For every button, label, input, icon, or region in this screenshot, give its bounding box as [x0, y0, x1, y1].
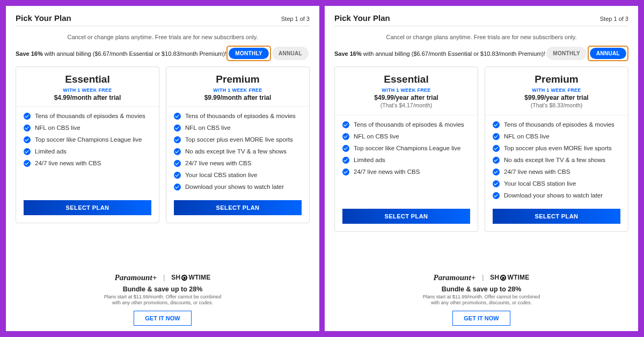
feature-item: Top soccer like Champions League live: [24, 136, 151, 144]
check-icon: [174, 136, 181, 143]
toggle-annual[interactable]: ANNUAL: [272, 47, 309, 60]
billing-toggle: ANNUAL: [590, 48, 626, 59]
toggle-monthly[interactable]: MONTHLY: [229, 48, 269, 59]
feature-list: Tens of thousands of episodes & moviesNF…: [493, 121, 620, 203]
feature-text: Tens of thousands of episodes & movies: [354, 121, 464, 129]
feature-item: Tens of thousands of episodes & movies: [493, 121, 620, 129]
check-icon: [493, 169, 500, 175]
check-icon: [342, 133, 349, 140]
trial-badge: WITH 1 WEEK FREE: [174, 87, 302, 93]
feature-text: Limited ads: [35, 148, 67, 156]
select-plan-button[interactable]: SELECT PLAN: [493, 209, 620, 224]
feature-item: 24/7 live news with CBS: [24, 159, 151, 167]
bundle-title: Bundle & save up to 28%: [16, 285, 310, 293]
check-icon: [174, 184, 181, 191]
select-plan-button[interactable]: SELECT PLAN: [174, 200, 302, 215]
plan-price: $9.99/month after trial: [174, 94, 302, 101]
feature-text: Your local CBS station live: [185, 171, 257, 179]
feature-text: No ads except live TV & a few shows: [185, 148, 287, 156]
plan-price: $4.99/month after trial: [24, 94, 151, 101]
feature-list: Tens of thousands of episodes & moviesNF…: [342, 121, 470, 203]
feature-item: Your local CBS station live: [174, 171, 302, 179]
plan-price: $99.99/year after trial: [493, 94, 620, 101]
feature-item: Tens of thousands of episodes & movies: [174, 112, 302, 120]
bundle-fine-print: Plans start at $11.99/month. Offer canno…: [16, 294, 310, 306]
feature-item: NFL on CBS live: [24, 124, 151, 132]
trial-badge: WITH 1 WEEK FREE: [24, 87, 151, 93]
feature-text: Tens of thousands of episodes & movies: [35, 112, 145, 120]
savings-text: Save 16% with annual billing ($6.67/mont…: [16, 50, 226, 57]
step-indicator: Step 1 of 3: [281, 16, 310, 22]
page-title: Pick Your Plan: [334, 13, 390, 23]
check-icon: [174, 124, 181, 131]
feature-text: 24/7 live news with CBS: [504, 168, 570, 176]
check-icon: [493, 180, 500, 187]
feature-item: Top soccer like Champions League live: [342, 144, 470, 152]
check-icon: [24, 136, 31, 143]
plan-name: Premium: [493, 74, 620, 85]
feature-item: 24/7 live news with CBS: [174, 159, 302, 167]
logo-separator: |: [163, 274, 165, 281]
feature-item: Tens of thousands of episodes & movies: [342, 121, 470, 129]
feature-item: NFL on CBS live: [342, 133, 470, 141]
page-title: Pick Your Plan: [16, 13, 71, 23]
feature-text: Download your shows to watch later: [504, 192, 603, 200]
feature-text: Top soccer like Champions League live: [35, 136, 142, 144]
feature-item: 24/7 live news with CBS: [493, 168, 620, 176]
feature-list: Tens of thousands of episodes & moviesNF…: [24, 112, 151, 195]
subtitle-text: Cancel or change plans anytime. Free tri…: [334, 34, 628, 40]
paramount-plus-logo: Paramount+: [434, 273, 476, 282]
bundle-offer: Paramount+|SHWTIMEBundle & save up to 28…: [16, 273, 310, 326]
showtime-logo: SHWTIME: [171, 274, 210, 281]
select-plan-button[interactable]: SELECT PLAN: [342, 209, 470, 224]
check-icon: [342, 157, 349, 164]
step-indicator: Step 1 of 3: [600, 16, 628, 22]
feature-text: Tens of thousands of episodes & movies: [504, 121, 614, 129]
plan-card-premium: PremiumWITH 1 WEEK FREE$9.99/month after…: [166, 67, 310, 223]
check-icon: [342, 121, 349, 128]
check-icon: [493, 121, 500, 128]
feature-item: Top soccer plus even MORE live sports: [493, 144, 620, 152]
feature-text: Download your shows to watch later: [185, 183, 284, 191]
check-icon: [174, 148, 181, 155]
feature-item: Your local CBS station live: [493, 180, 620, 188]
check-icon: [342, 145, 349, 152]
feature-item: No ads except live TV & a few shows: [174, 148, 302, 156]
showtime-o-icon: [181, 275, 187, 281]
billing-toggle-highlight: ANNUAL: [588, 46, 628, 61]
subtitle-text: Cancel or change plans anytime. Free tri…: [16, 34, 310, 40]
billing-toggle-highlight: MONTHLY: [226, 46, 271, 61]
price-equivalent: (That's $8.33/month): [493, 102, 620, 108]
check-icon: [24, 160, 31, 167]
feature-item: NFL on CBS live: [493, 133, 620, 141]
check-icon: [493, 145, 500, 152]
get-bundle-button[interactable]: GET IT NOW: [134, 311, 191, 326]
get-bundle-button[interactable]: GET IT NOW: [452, 311, 510, 326]
feature-text: 24/7 live news with CBS: [185, 159, 251, 167]
price-equivalent: (That's $4.17/month): [342, 102, 470, 108]
billing-toggle: MONTHLY: [229, 48, 269, 59]
savings-text: Save 16% with annual billing ($6.67/mont…: [334, 50, 545, 57]
trial-badge: WITH 1 WEEK FREE: [342, 87, 470, 93]
feature-text: NFL on CBS live: [504, 133, 550, 141]
check-icon: [24, 113, 31, 120]
toggle-monthly[interactable]: MONTHLY: [546, 47, 587, 60]
toggle-annual[interactable]: ANNUAL: [590, 48, 626, 59]
check-icon: [174, 160, 181, 167]
showtime-o-icon: [500, 275, 506, 281]
check-icon: [342, 169, 349, 175]
plan-name: Premium: [174, 74, 302, 85]
logo-separator: |: [482, 274, 484, 281]
feature-item: No ads except live TV & a few shows: [493, 156, 620, 164]
feature-text: 24/7 live news with CBS: [354, 168, 420, 176]
feature-text: Your local CBS station live: [504, 180, 576, 188]
feature-text: Limited ads: [354, 156, 385, 164]
plan-name: Essential: [342, 74, 470, 85]
feature-item: Limited ads: [342, 156, 470, 164]
check-icon: [24, 148, 31, 155]
feature-item: Top soccer plus even MORE live sports: [174, 136, 302, 144]
select-plan-button[interactable]: SELECT PLAN: [24, 200, 151, 215]
feature-text: NFL on CBS live: [354, 133, 399, 141]
feature-text: Tens of thousands of episodes & movies: [185, 112, 296, 120]
feature-item: Download your shows to watch later: [493, 192, 620, 200]
